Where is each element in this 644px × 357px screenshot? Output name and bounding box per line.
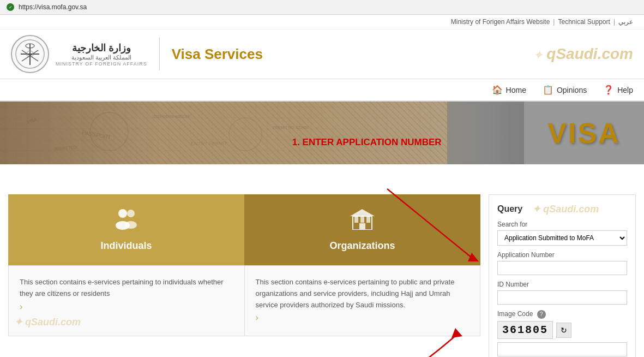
search-for-field: Search for Application Submitted to MoFA…	[497, 221, 627, 246]
svg-rect-27	[360, 216, 364, 223]
category-buttons: Individuals	[8, 194, 480, 265]
ministry-arabic-name: وزارة الخارجية	[72, 42, 131, 54]
home-icon: 🏠	[492, 85, 503, 95]
nav-opinions-label: Opinions	[557, 86, 587, 94]
site-header: وزارة الخارجية المملكة العربية السعودية …	[0, 29, 644, 79]
ministry-logo: وزارة الخارجية المملكة العربية السعودية …	[56, 42, 147, 67]
svg-rect-26	[354, 216, 358, 223]
nav-help-label: Help	[617, 86, 633, 94]
hero-passport: VISA PASSPORT 0123456789 ABCDEF ADMITTED…	[0, 102, 447, 164]
individuals-link[interactable]: ›	[20, 302, 22, 311]
individuals-icon	[113, 208, 140, 235]
browser-url: https://visa.mofa.gov.sa	[19, 3, 87, 11]
svg-point-21	[118, 209, 127, 218]
help-icon: ❓	[603, 85, 614, 95]
separator-1: |	[553, 18, 555, 26]
svg-rect-8	[0, 102, 436, 164]
svg-rect-29	[359, 223, 365, 230]
hero-visa-text: VISA	[547, 117, 620, 150]
svg-rect-28	[366, 216, 370, 223]
nav-help[interactable]: ❓ Help	[603, 85, 633, 95]
organizations-label: Organizations	[329, 240, 395, 252]
header-watermark: ✦ qSaudi.com	[533, 45, 633, 63]
search-for-label: Search for	[497, 221, 627, 228]
nav-home-label: Home	[506, 86, 526, 94]
organizations-description: This section contains e-services pertain…	[245, 266, 480, 336]
individuals-description: This section contains e-services pertain…	[9, 266, 245, 336]
image-code-field: Image Code ? 361805 ↻	[497, 310, 627, 356]
ministry-arabic-sub: المملكة العربية السعودية	[71, 54, 131, 61]
opinions-icon: 📋	[543, 85, 553, 95]
organizations-button[interactable]: Organizations	[244, 194, 480, 265]
application-number-label: Application Number	[497, 251, 627, 259]
separator-2: |	[613, 18, 615, 26]
captcha-input[interactable]	[497, 342, 627, 356]
header-divider	[159, 38, 160, 70]
arabic-link[interactable]: عربي	[618, 18, 633, 26]
hero-visa-section: VISA	[524, 102, 644, 164]
id-number-input[interactable]	[497, 290, 627, 305]
captcha-display: 361805	[497, 321, 553, 339]
svg-text:0123456789 ABCDEF: 0123456789 ABCDEF	[153, 115, 190, 118]
query-watermark: ✦ qSaudi.com	[532, 203, 599, 215]
svg-text:ENTRY PERMIT: ENTRY PERMIT	[191, 141, 227, 146]
individuals-desc-text: This section contains e-services pertain…	[20, 277, 233, 300]
ministry-english-name: Ministry of Foreign Affairs	[56, 61, 147, 67]
category-descriptions: This section contains e-services pertain…	[8, 265, 480, 336]
query-title-text: Query	[497, 204, 522, 214]
organizations-link[interactable]: ›	[256, 313, 258, 322]
application-number-input[interactable]	[497, 261, 627, 275]
header-left: وزارة الخارجية المملكة العربية السعودية …	[11, 35, 263, 73]
individuals-label: Individuals	[100, 240, 152, 252]
browser-bar: ✓ https://visa.mofa.gov.sa	[0, 0, 644, 15]
svg-point-24	[125, 221, 137, 229]
captcha-row: 361805 ↻	[497, 321, 627, 339]
id-number-label: ID Number	[497, 281, 627, 288]
search-for-select[interactable]: Application Submitted to MoFA Visa Statu…	[497, 230, 627, 246]
annotation-step-1: 1. ENTER APPLICATION NUMBER	[292, 137, 442, 148]
organizations-icon	[350, 208, 375, 235]
body-watermark-1: ✦ qSaudi.com	[14, 314, 81, 330]
left-panels: Individuals	[8, 194, 480, 357]
ministry-link[interactable]: Ministry of Forigen Affairs Website	[451, 18, 550, 26]
organizations-desc-text: This section contains e-services pertain…	[256, 277, 470, 311]
nav-home[interactable]: 🏠 Home	[492, 85, 526, 95]
main-nav: 🏠 Home 📋 Opinions ❓ Help	[0, 79, 644, 102]
ministry-emblem	[11, 35, 49, 73]
nav-opinions[interactable]: 📋 Opinions	[543, 85, 587, 95]
svg-text:PERMIT NO: 123456: PERMIT NO: 123456	[273, 126, 309, 129]
image-code-label: Image Code ?	[497, 310, 627, 319]
svg-point-23	[127, 210, 135, 217]
individuals-button[interactable]: Individuals	[8, 194, 244, 265]
application-number-field: Application Number	[497, 251, 627, 275]
main-content: Individuals	[0, 194, 644, 357]
favicon: ✓	[7, 3, 14, 11]
visa-services-title: Visa Services	[172, 46, 263, 63]
help-tooltip-icon[interactable]: ?	[537, 310, 546, 319]
top-utility-bar: Ministry of Forigen Affairs Website | Te…	[0, 15, 644, 29]
query-title: Query ✦ qSaudi.com	[497, 203, 627, 215]
tech-support-link[interactable]: Technical Support	[558, 18, 610, 26]
hero-banner: VISA PASSPORT 0123456789 ABCDEF ADMITTED…	[0, 102, 644, 164]
svg-marker-30	[350, 209, 375, 216]
query-panel: Query ✦ qSaudi.com Search for Applicatio…	[489, 194, 636, 357]
id-number-field: ID Number	[497, 281, 627, 305]
refresh-captcha-button[interactable]: ↻	[556, 323, 571, 338]
